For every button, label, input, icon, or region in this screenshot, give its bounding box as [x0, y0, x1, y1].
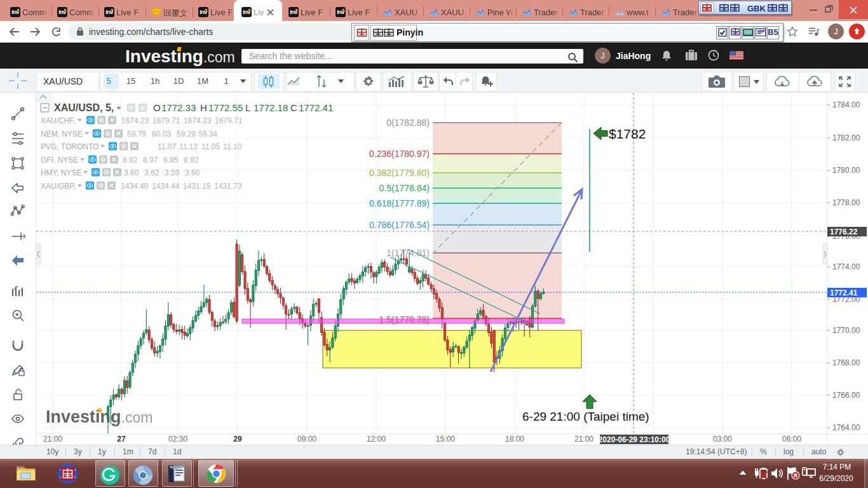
svg-text:8.92: 8.92 [184, 156, 199, 165]
svg-text:1674.23: 1674.23 [184, 116, 212, 125]
svg-text:11.10: 11.10 [223, 142, 241, 151]
svg-text:0.5(1778.84): 0.5(1778.84) [379, 183, 430, 193]
svg-text:PVG, TORONTO: PVG, TORONTO [41, 142, 98, 151]
svg-text:0.618(1777.89): 0.618(1777.89) [369, 198, 430, 208]
svg-text:3.60: 3.60 [185, 168, 200, 177]
svg-text:03:00: 03:00 [713, 435, 732, 444]
svg-text:1674.23: 1674.23 [121, 116, 149, 125]
svg-text:3.60: 3.60 [124, 168, 139, 177]
svg-text:XAU/GBP,: XAU/GBP, [41, 182, 76, 191]
svg-text:1431.73: 1431.73 [214, 182, 242, 191]
svg-text:XAU/CHF,: XAU/CHF, [41, 116, 76, 125]
svg-text:1764.00: 1764.00 [832, 423, 860, 432]
svg-text:1766.00: 1766.00 [832, 391, 860, 400]
svg-text:18:00: 18:00 [505, 435, 524, 444]
svg-text:2020-06-29 23:10:00: 2020-06-29 23:10:00 [599, 435, 670, 444]
svg-text:1772.41: 1772.41 [299, 102, 333, 113]
svg-text:3.62: 3.62 [144, 168, 159, 177]
svg-text:11.12: 11.12 [179, 142, 198, 151]
svg-text:06:00: 06:00 [782, 435, 801, 444]
svg-text:59.29: 59.29 [177, 130, 196, 139]
svg-text:0.382(1779.80): 0.382(1779.80) [369, 168, 430, 178]
svg-text:11.07: 11.07 [158, 142, 176, 151]
svg-text:1784.00: 1784.00 [832, 100, 860, 109]
svg-text:12:00: 12:00 [367, 435, 386, 444]
svg-text:21:00: 21:00 [43, 435, 62, 444]
svg-text:3.59: 3.59 [165, 168, 180, 177]
svg-text:1434.44: 1434.44 [152, 182, 180, 191]
svg-text:1780.00: 1780.00 [832, 166, 860, 175]
svg-text:60.03: 60.03 [152, 130, 171, 139]
svg-text:1679.71: 1679.71 [153, 116, 180, 125]
svg-text:1772.55: 1772.55 [208, 102, 243, 113]
svg-text:59.79: 59.79 [127, 130, 146, 139]
svg-text:02:30: 02:30 [168, 435, 187, 444]
svg-text:29: 29 [233, 435, 242, 444]
svg-text:59.34: 59.34 [198, 130, 217, 139]
svg-text:H: H [200, 102, 207, 113]
svg-text:1774.00: 1774.00 [832, 262, 860, 271]
svg-text:$1782: $1782 [609, 126, 646, 141]
svg-text:1776.22: 1776.22 [830, 227, 858, 236]
svg-text:1782.00: 1782.00 [832, 133, 860, 142]
svg-text:O: O [153, 102, 161, 113]
svg-text:1768.00: 1768.00 [832, 358, 860, 367]
svg-text:L: L [245, 102, 250, 113]
svg-text:NEM, NYSE: NEM, NYSE [41, 130, 83, 139]
svg-text:09:00: 09:00 [297, 435, 316, 444]
svg-text:C: C [290, 102, 297, 113]
svg-text:HMY, NYSE: HMY, NYSE [41, 168, 81, 177]
svg-text:11.05: 11.05 [201, 142, 220, 151]
svg-text:GBK: GBK [747, 4, 766, 13]
svg-text:1772.33: 1772.33 [161, 102, 196, 113]
svg-text:1434.40: 1434.40 [121, 182, 149, 191]
svg-text:21:00: 21:00 [574, 435, 593, 444]
svg-text:0.786(1776.54): 0.786(1776.54) [369, 220, 430, 230]
svg-text:1770.00: 1770.00 [832, 326, 860, 335]
svg-text:1772.41: 1772.41 [830, 288, 858, 297]
svg-text:27: 27 [117, 435, 126, 444]
svg-text:GFI, NYSE: GFI, NYSE [41, 156, 78, 165]
svg-text:1772.18: 1772.18 [254, 102, 288, 113]
svg-text:0.236(1780.97): 0.236(1780.97) [369, 149, 430, 159]
svg-text:8.97: 8.97 [143, 156, 158, 165]
svg-text:1778.00: 1778.00 [832, 198, 860, 207]
svg-text:8.85: 8.85 [163, 156, 179, 165]
svg-text:1679.71: 1679.71 [215, 116, 243, 125]
svg-text:XAU/USD, 5,: XAU/USD, 5, [54, 102, 114, 113]
svg-text:15:00: 15:00 [436, 435, 455, 444]
svg-text:6-29 21:00 (Taipei time): 6-29 21:00 (Taipei time) [522, 410, 649, 423]
svg-text:1431.15: 1431.15 [183, 182, 211, 191]
svg-text:0(1782.88): 0(1782.88) [386, 118, 430, 128]
svg-text:8.92: 8.92 [123, 156, 138, 165]
